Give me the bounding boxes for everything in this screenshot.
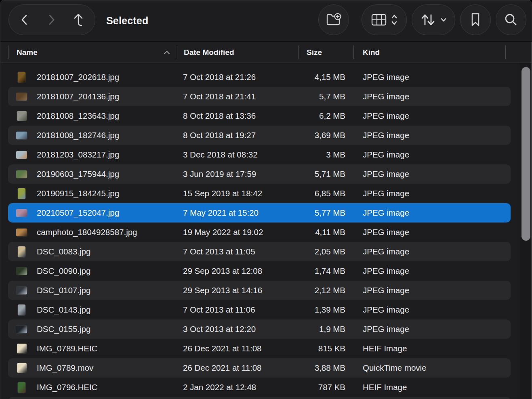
list-view-icon [371, 13, 387, 27]
file-thumbnail [16, 164, 27, 184]
file-size: 2,12 MB [267, 281, 345, 300]
file-thumbnail [16, 281, 27, 300]
file-kind: JPEG image [363, 87, 409, 106]
file-name: 20181203_083217.jpg [37, 145, 119, 164]
thumbnail-image [16, 326, 27, 333]
file-kind: JPEG image [363, 164, 409, 184]
file-name: 20181008_182746.jpg [37, 126, 119, 145]
file-thumbnail [16, 300, 27, 319]
window-title: Selected [106, 0, 148, 41]
thumbnail-image [18, 304, 25, 315]
file-kind: JPEG image [363, 223, 409, 242]
bookmark-icon [470, 12, 481, 27]
file-date-modified: 7 Oct 2013 at 11:05 [183, 242, 255, 261]
table-row[interactable]: DSC_0083.jpg 7 Oct 2013 at 11:05 2,05 MB… [8, 242, 511, 261]
table-row[interactable]: 20190915_184245.jpg 15 Sep 2019 at 18:42… [8, 184, 511, 203]
file-date-modified: 7 Oct 2018 at 21:26 [183, 67, 256, 87]
table-row[interactable]: 20181008_123643.jpg 8 Oct 2018 at 13:36 … [8, 106, 511, 126]
column-separator [8, 46, 8, 59]
thumbnail-image [17, 111, 27, 121]
file-size: 5,7 MB [267, 87, 345, 106]
file-name: DSC_0090.jpg [37, 261, 90, 281]
file-kind: JPEG image [363, 203, 409, 223]
file-kind: JPEG image [363, 242, 409, 261]
file-name: DSC_0107.jpg [37, 281, 90, 300]
view-options-button[interactable] [362, 4, 407, 35]
file-size: 3,88 MB [267, 358, 345, 378]
file-date-modified: 2 Jan 2022 at 12:48 [183, 378, 256, 397]
table-row[interactable]: 20181007_204136.jpg 7 Oct 2018 at 21:41 … [8, 87, 511, 106]
forward-button[interactable] [45, 13, 57, 27]
table-row[interactable]: camphoto_1804928587.jpg 19 May 2022 at 1… [8, 223, 511, 242]
file-name: 20181008_123643.jpg [37, 106, 119, 126]
column-separator[interactable] [353, 46, 354, 59]
file-thumbnail [16, 378, 27, 397]
file-date-modified: 26 Dec 2021 at 11:08 [183, 339, 262, 358]
table-row[interactable]: IMG_0789.mov 26 Dec 2021 at 11:08 3,88 M… [8, 358, 511, 378]
file-thumbnail [16, 126, 27, 145]
column-separator[interactable] [505, 46, 506, 59]
file-thumbnail [16, 203, 27, 223]
table-row[interactable]: IMG_0789.HEIC 26 Dec 2021 at 11:08 815 K… [8, 339, 511, 358]
file-kind: JPEG image [363, 145, 409, 164]
navigation-group [8, 4, 95, 35]
file-size: 2,05 MB [267, 242, 345, 261]
file-name: IMG_0789.mov [37, 358, 93, 378]
up-button[interactable] [71, 12, 85, 27]
sort-ascending-icon [163, 42, 170, 63]
scrollbar-thumb[interactable] [521, 67, 530, 241]
file-thumbnail [16, 67, 27, 87]
file-date-modified: 15 Sep 2019 at 18:42 [183, 184, 262, 203]
table-row[interactable]: IMG_0796.HEIC 2 Jan 2022 at 12:48 787 KB… [8, 378, 511, 397]
thumbnail-image [16, 267, 27, 275]
column-header-name[interactable]: Name [17, 42, 38, 63]
file-kind: JPEG image [363, 67, 409, 87]
table-row[interactable]: DSC_0107.jpg 29 Sep 2013 at 14:16 2,12 M… [8, 281, 511, 300]
file-date-modified: 7 Oct 2013 at 11:06 [183, 300, 255, 319]
column-separator[interactable] [177, 46, 177, 59]
table-row[interactable]: DSC_0143.jpg 7 Oct 2013 at 11:06 1,39 MB… [8, 300, 511, 319]
file-name: 20181007_204136.jpg [37, 87, 119, 106]
thumbnail-image [16, 170, 27, 178]
file-size: 4,11 MB [267, 223, 345, 242]
table-row[interactable]: 20181203_083217.jpg 3 Dec 2018 at 08:32 … [8, 145, 511, 164]
arrow-up-icon [71, 12, 85, 27]
column-header-kind[interactable]: Kind [363, 42, 380, 63]
file-name: DSC_0155.jpg [37, 319, 90, 339]
thumbnail-image [17, 344, 27, 353]
file-name: 20190603_175944.jpg [37, 164, 119, 184]
table-row[interactable]: DSC_0155.jpg 3 Oct 2013 at 12:20 1,9 MB … [8, 319, 511, 339]
sort-button[interactable] [412, 4, 455, 35]
window-edge [531, 42, 532, 399]
bookmark-button[interactable] [460, 4, 491, 35]
column-header: Name Date Modified Size Kind [0, 42, 532, 63]
table-row[interactable]: 20210507_152047.jpg 7 May 2021 at 15:20 … [8, 203, 511, 223]
column-header-date-modified[interactable]: Date Modified [184, 42, 234, 63]
file-date-modified: 3 Jun 2019 at 17:59 [183, 164, 256, 184]
file-size: 3 MB [267, 145, 345, 164]
table-row[interactable]: DSC_0090.jpg 29 Sep 2013 at 12:08 1,74 M… [8, 261, 511, 281]
file-size: 4,15 MB [267, 67, 345, 87]
column-header-size[interactable]: Size [307, 42, 322, 63]
table-row[interactable]: 20190603_175944.jpg 3 Jun 2019 at 17:59 … [8, 164, 511, 184]
new-folder-button[interactable] [318, 4, 349, 35]
back-button[interactable] [19, 13, 31, 27]
file-thumbnail [16, 242, 27, 261]
finder-window: Selected [0, 0, 532, 399]
column-separator[interactable] [298, 46, 299, 59]
search-icon [504, 13, 518, 27]
file-size: 1,39 MB [267, 300, 345, 319]
file-name: camphoto_1804928587.jpg [37, 223, 137, 242]
table-row-partial[interactable] [8, 397, 511, 399]
file-thumbnail [16, 184, 27, 203]
file-kind: HEIF Image [363, 339, 407, 358]
file-kind: JPEG image [363, 281, 409, 300]
thumbnail-image [17, 363, 27, 373]
file-kind: JPEG image [363, 126, 409, 145]
table-row[interactable]: 20181007_202618.jpg 7 Oct 2018 at 21:26 … [8, 67, 511, 87]
file-name: 20190915_184245.jpg [37, 184, 119, 203]
search-button[interactable] [496, 4, 526, 35]
file-thumbnail [16, 319, 27, 339]
file-thumbnail [16, 223, 27, 242]
table-row[interactable]: 20181008_182746.jpg 8 Oct 2018 at 19:27 … [8, 126, 511, 145]
